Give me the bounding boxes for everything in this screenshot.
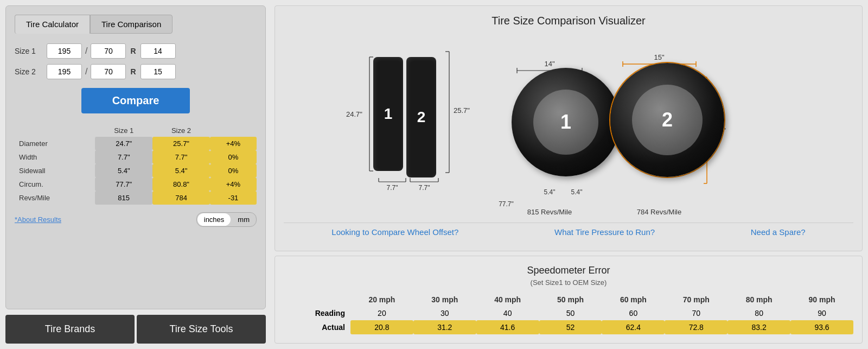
unit-mm-btn[interactable]: mm [231, 213, 256, 226]
result-s1: 7.7" [95, 150, 152, 164]
svg-text:25.7": 25.7" [454, 106, 470, 115]
unit-toggle: inches mm [196, 212, 257, 227]
speedo-actual-cell: 31.2 [413, 320, 476, 334]
bottom-tabs: Tire Brands Tire Size Tools [5, 315, 266, 344]
result-diff: 0% [210, 164, 257, 177]
speedo-reading-cell: 50 [539, 306, 602, 320]
big-tire-2-num: 2 [662, 109, 673, 131]
speedometer-title: Speedometer Error [284, 265, 853, 276]
speedo-col-header: 80 mph [727, 293, 790, 306]
left-panel: Tire Calculator Tire Comparison Size 1 /… [0, 0, 271, 349]
size2-slash: / [85, 67, 87, 77]
spare-link[interactable]: Need a Spare? [751, 227, 806, 237]
speedo-reading-cell: 40 [476, 306, 539, 320]
results-table: Size 1 Size 2 Diameter24.7"25.7"+4%Width… [15, 124, 257, 205]
size2-aspect-input[interactable] [91, 64, 126, 79]
speedo-actual-cell: 20.8 [350, 320, 413, 334]
speedometer-table: 20 mph30 mph40 mph50 mph60 mph70 mph80 m… [284, 293, 853, 334]
compare-button[interactable]: Compare [81, 88, 190, 113]
speedo-empty-col [284, 293, 350, 306]
table-row: Diameter24.7"25.7"+4% [15, 137, 257, 150]
result-diff: 0% [210, 150, 257, 164]
result-diff: +4% [210, 177, 257, 191]
svg-text:77.7": 77.7" [499, 200, 514, 208]
size1-rim-input[interactable] [141, 43, 176, 59]
speedometer-subtitle: (Set Size1 to OEM Size) [284, 278, 853, 287]
thin-tire-1: 1 [373, 57, 403, 171]
speedometer-box: Speedometer Error (Set Size1 to OEM Size… [275, 256, 863, 344]
big-tire-1: 1 [512, 68, 620, 176]
result-s1: 24.7" [95, 137, 152, 150]
big-tire-1-num: 1 [560, 111, 571, 134]
speedo-actual-cell: 52 [539, 320, 602, 334]
speedo-reading-label: Reading [284, 306, 350, 320]
speedo-col-header: 20 mph [350, 293, 413, 306]
big-tire-2: 2 [610, 63, 724, 177]
about-row: *About Results inches mm [15, 212, 257, 227]
speedo-actual-row: Actual20.831.241.65262.472.883.293.6 [284, 320, 853, 334]
big-tire-2-border: 2 [609, 62, 725, 178]
tab-tire-size-tools[interactable]: Tire Size Tools [137, 315, 266, 344]
speedo-col-header: 90 mph [790, 293, 853, 306]
unit-inches-btn[interactable]: inches [197, 213, 231, 226]
thin-tires-container: 1 2 [373, 57, 436, 177]
size1-aspect-input[interactable] [91, 43, 126, 59]
result-s2: 5.4" [152, 164, 210, 177]
speedo-reading-cell: 30 [413, 306, 476, 320]
speedo-col-header: 30 mph [413, 293, 476, 306]
result-s2: 7.7" [152, 150, 210, 164]
tab-tire-brands[interactable]: Tire Brands [5, 315, 135, 344]
speedo-reading-cell: 70 [665, 306, 727, 320]
size2-r-label: R [130, 67, 136, 76]
result-label: Circum. [15, 177, 95, 191]
result-s1: 77.7" [95, 177, 152, 191]
visualizer-title: Tire Size Comparison Visualizer [284, 15, 853, 27]
thin-tire-2-num: 2 [417, 109, 426, 126]
result-label: Revs/Mile [15, 191, 95, 205]
size-inputs: Size 1 / R Size 2 / R [15, 43, 257, 79]
visualizer-links: Looking to Compare Wheel Offset? What Ti… [284, 223, 853, 237]
big-tire-1-inner: 1 [533, 90, 598, 155]
table-row: Revs/Mile815784-31 [15, 191, 257, 205]
speedo-reading-cell: 80 [727, 306, 790, 320]
col-label [15, 124, 95, 137]
speedo-actual-cell: 72.8 [665, 320, 727, 334]
svg-text:784 Revs/Mile: 784 Revs/Mile [637, 208, 681, 216]
size1-slash: / [85, 46, 87, 56]
calculator-box: Tire Calculator Tire Comparison Size 1 /… [5, 5, 266, 309]
col-diff [210, 124, 257, 137]
big-tire-2-inner: 2 [632, 85, 703, 155]
result-s2: 784 [152, 191, 210, 205]
svg-text:14": 14" [544, 60, 554, 68]
big-tire-1-container: 1 [512, 68, 620, 176]
speedo-reading-cell: 60 [602, 306, 665, 320]
visualizer-box: Tire Size Comparison Visualizer 24.7" 25… [275, 5, 863, 251]
size1-width-input[interactable] [47, 43, 82, 59]
speedo-actual-cell: 62.4 [602, 320, 665, 334]
thin-tire-1-num: 1 [384, 105, 393, 123]
tab-tire-calculator[interactable]: Tire Calculator [15, 15, 90, 34]
size1-row: Size 1 / R [15, 43, 257, 59]
speedo-col-header: 50 mph [539, 293, 602, 306]
speedo-actual-cell: 93.6 [790, 320, 853, 334]
tire-pressure-link[interactable]: What Tire Pressure to Run? [554, 227, 655, 237]
size1-label: Size 1 [15, 47, 44, 55]
size2-rim-input[interactable] [141, 64, 176, 79]
wheel-offset-link[interactable]: Looking to Compare Wheel Offset? [331, 227, 458, 237]
size1-r-label: R [130, 47, 136, 55]
result-s2: 80.8" [152, 177, 210, 191]
size2-width-input[interactable] [47, 64, 82, 79]
speedo-reading-cell: 20 [350, 306, 413, 320]
table-row: Circum.77.7"80.8"+4% [15, 177, 257, 191]
speedo-reading-row: Reading2030405060708090 [284, 306, 853, 320]
tab-bar: Tire Calculator Tire Comparison [15, 15, 257, 34]
svg-text:5.4": 5.4" [544, 188, 556, 196]
col-size2: Size 2 [152, 124, 210, 137]
about-results-link[interactable]: *About Results [15, 215, 61, 224]
speedo-reading-cell: 90 [790, 306, 853, 320]
table-row: Sidewall5.4"5.4"0% [15, 164, 257, 177]
right-panel: Tire Size Comparison Visualizer 24.7" 25… [271, 0, 868, 349]
tab-tire-comparison[interactable]: Tire Comparison [90, 15, 173, 34]
speedo-actual-cell: 41.6 [476, 320, 539, 334]
result-s2: 25.7" [152, 137, 210, 150]
